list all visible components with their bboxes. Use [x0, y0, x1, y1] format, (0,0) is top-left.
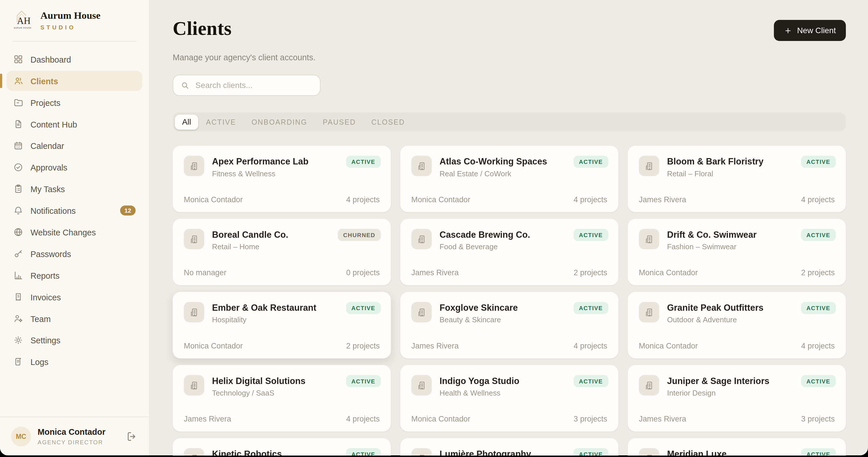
building-icon	[184, 375, 204, 396]
status-filter-tabs: AllACTIVEONBOARDINGPAUSEDCLOSED	[173, 113, 846, 132]
client-card-cascade-brewing-co[interactable]: Cascade Brewing Co. Food & Beverage ACTI…	[400, 219, 618, 285]
client-manager: Monica Contador	[184, 342, 243, 350]
user-name: Monica Contador	[38, 427, 105, 437]
svg-text:AH: AH	[17, 16, 31, 26]
svg-text:$: $	[17, 294, 19, 298]
sidebar-item-logs[interactable]: Logs	[7, 352, 142, 372]
client-card-boreal-candle-co[interactable]: Boreal Candle Co. Retail – Home CHURNED …	[173, 219, 391, 285]
sidebar-item-website-changes[interactable]: Website Changes	[7, 222, 142, 242]
client-card-foxglove-skincare[interactable]: Foxglove Skincare Beauty & Skincare ACTI…	[400, 292, 618, 359]
client-name: Kinetic Robotics	[212, 448, 282, 455]
sidebar-item-invoices[interactable]: $ Invoices	[7, 287, 142, 307]
plus-icon	[784, 26, 792, 35]
building-icon	[184, 302, 204, 322]
tab-paused[interactable]: PAUSED	[315, 115, 363, 130]
sidebar-item-team[interactable]: Team	[7, 308, 142, 328]
client-name: Lumière Photography	[439, 448, 531, 455]
sidebar-item-clients[interactable]: Clients	[7, 71, 142, 91]
status-badge: ACTIVE	[346, 302, 381, 314]
page-subtitle: Manage your agency's client accounts.	[173, 53, 846, 62]
sidebar-item-my-tasks[interactable]: My Tasks	[7, 179, 142, 199]
bell-icon	[13, 205, 23, 216]
sidebar-item-approvals[interactable]: Approvals	[7, 157, 142, 177]
client-card-apex-performance-lab[interactable]: Apex Performance Lab Fitness & Wellness …	[173, 146, 391, 212]
building-icon	[411, 375, 432, 396]
tab-active[interactable]: ACTIVE	[198, 115, 244, 130]
client-projects-count: 4 projects	[801, 195, 835, 204]
client-industry: Beauty & Skincare	[439, 316, 518, 324]
client-industry: Technology / SaaS	[212, 389, 306, 398]
client-name: Drift & Co. Swimwear	[667, 229, 757, 240]
sidebar-item-content-hub[interactable]: Content Hub	[7, 114, 142, 134]
clients-icon	[13, 76, 23, 86]
search-input[interactable]	[194, 81, 313, 91]
client-manager: Monica Contador	[639, 268, 698, 277]
sidebar-item-notifications[interactable]: Notifications 12	[7, 201, 142, 221]
client-card-ember-oak-restaurant[interactable]: Ember & Oak Restaurant Hospitality ACTIV…	[173, 292, 391, 359]
client-card-kinetic-robotics[interactable]: Kinetic Robotics ACTIVE	[173, 438, 391, 456]
building-icon	[411, 156, 432, 176]
client-name: Apex Performance Lab	[212, 156, 309, 167]
client-name: Boreal Candle Co.	[212, 229, 288, 240]
logout-icon[interactable]	[126, 430, 138, 442]
client-card-atlas-co-working-spaces[interactable]: Atlas Co-Working Spaces Real Estate / Co…	[400, 146, 618, 212]
tab-all[interactable]: All	[175, 115, 198, 130]
client-industry: Interior Design	[667, 389, 770, 398]
status-badge: ACTIVE	[801, 448, 836, 455]
client-projects-count: 2 projects	[801, 268, 835, 277]
status-badge: CHURNED	[338, 229, 381, 241]
sidebar-item-dashboard[interactable]: Dashboard	[7, 49, 142, 69]
status-badge: ACTIVE	[573, 375, 608, 388]
avatar: MC	[11, 426, 31, 446]
client-manager: Monica Contador	[184, 195, 243, 204]
search-box[interactable]	[173, 75, 320, 96]
client-card-bloom-bark-floristry[interactable]: Bloom & Bark Floristry Retail – Floral A…	[628, 146, 846, 212]
client-projects-count: 4 projects	[574, 195, 608, 204]
client-industry: Food & Beverage	[439, 243, 530, 251]
sidebar-item-settings[interactable]: Settings	[7, 330, 142, 350]
tab-closed[interactable]: CLOSED	[364, 115, 413, 130]
client-projects-count: 4 projects	[801, 342, 835, 350]
client-industry: Retail – Floral	[667, 170, 764, 178]
client-card-helix-digital-solutions[interactable]: Helix Digital Solutions Technology / Saa…	[173, 365, 391, 432]
gear-icon	[13, 335, 23, 345]
user-role: AGENCY DIRECTOR	[38, 439, 105, 446]
client-manager: No manager	[184, 268, 226, 277]
client-manager: Monica Contador	[639, 342, 698, 350]
dashboard-icon	[13, 54, 23, 64]
calendar-icon	[13, 141, 23, 151]
client-card-granite-peak-outfitters[interactable]: Granite Peak Outfitters Outdoor & Advent…	[628, 292, 846, 359]
globe-icon	[13, 227, 23, 237]
status-badge: ACTIVE	[573, 229, 608, 241]
client-manager: Monica Contador	[411, 415, 470, 424]
brand-logo-icon: AH AURUM HOUSE	[13, 9, 34, 32]
key-icon	[13, 249, 23, 259]
client-cards-grid: Apex Performance Lab Fitness & Wellness …	[173, 146, 846, 455]
client-industry: Fashion – Swimwear	[667, 243, 757, 251]
sidebar-item-calendar[interactable]: Calendar	[7, 136, 142, 155]
client-manager: James Rivera	[411, 342, 459, 350]
brand: AH AURUM HOUSE Aurum House STUDIO	[12, 0, 136, 41]
client-card-drift-co-swimwear[interactable]: Drift & Co. Swimwear Fashion – Swimwear …	[628, 219, 846, 285]
client-manager: Monica Contador	[411, 195, 470, 204]
client-manager: James Rivera	[411, 268, 459, 277]
client-card-indigo-yoga-studio[interactable]: Indigo Yoga Studio Health & Wellness ACT…	[400, 365, 618, 432]
client-manager: James Rivera	[639, 415, 686, 424]
client-name: Cascade Brewing Co.	[439, 229, 530, 240]
building-icon	[184, 156, 204, 176]
new-client-button[interactable]: New Client	[774, 20, 846, 41]
sidebar-item-projects[interactable]: Projects	[7, 93, 142, 113]
client-projects-count: 3 projects	[801, 415, 835, 424]
client-manager: James Rivera	[184, 415, 231, 424]
tab-onboarding[interactable]: ONBOARDING	[244, 115, 315, 130]
client-card-meridian-luxe[interactable]: Meridian Luxe ACTIVE	[628, 438, 846, 456]
status-badge: ACTIVE	[801, 375, 836, 388]
sidebar-item-passwords[interactable]: Passwords	[7, 244, 142, 264]
client-name: Bloom & Bark Floristry	[667, 156, 764, 167]
client-card-juniper-sage-interiors[interactable]: Juniper & Sage Interiors Interior Design…	[628, 365, 846, 432]
client-projects-count: 3 projects	[574, 415, 608, 424]
sidebar-item-reports[interactable]: Reports	[7, 265, 142, 285]
page-title: Clients	[173, 18, 846, 40]
client-projects-count: 2 projects	[574, 268, 608, 277]
client-card-lumi-re-photography[interactable]: Lumière Photography ACTIVE	[400, 438, 618, 456]
